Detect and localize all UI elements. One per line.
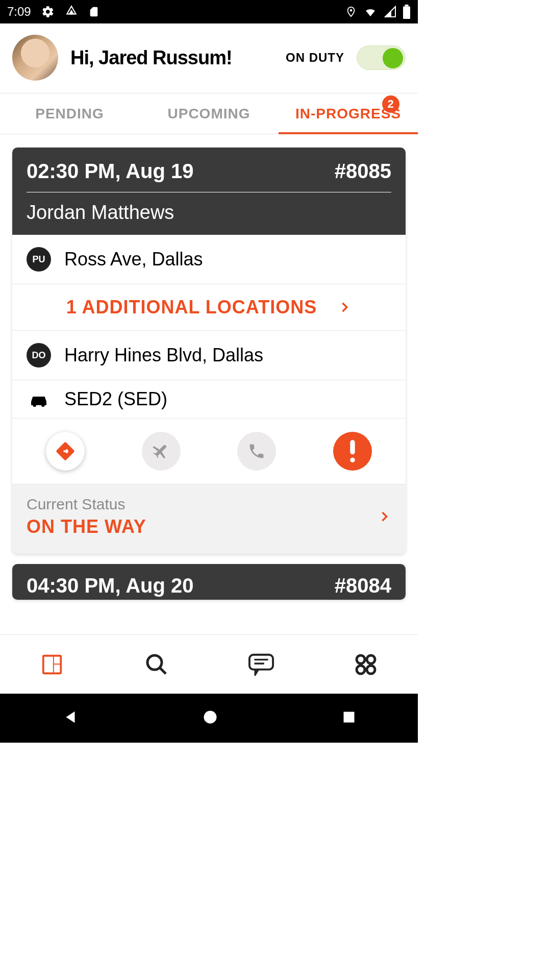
svg-rect-4	[350, 440, 355, 454]
trip-customer: Jordan Matthews	[27, 202, 391, 224]
chevron-right-icon	[337, 300, 352, 314]
svg-point-14	[357, 666, 365, 674]
svg-rect-7	[44, 656, 53, 672]
status-time: 7:09	[7, 5, 31, 19]
tab-pending[interactable]: PENDING	[0, 93, 139, 134]
svg-point-10	[147, 655, 162, 670]
dropoff-row: DO Harry Hines Blvd, Dallas	[12, 331, 406, 380]
signal-icon	[384, 6, 396, 18]
nav-chat[interactable]	[209, 635, 314, 694]
flight-button[interactable]	[142, 432, 181, 471]
car-icon	[27, 391, 51, 407]
circle-home-icon	[203, 709, 218, 725]
tab-pending-label: PENDING	[35, 106, 104, 122]
vehicle-label: SED2 (SED)	[64, 388, 167, 410]
tab-inprogress[interactable]: IN-PROGRESS 2	[279, 93, 418, 134]
nav-apps[interactable]	[313, 635, 418, 694]
compass-up-icon	[65, 5, 78, 18]
exclamation-icon	[349, 440, 356, 462]
trip-time: 02:30 PM, Aug 19	[27, 160, 194, 183]
status-title: Current Status	[27, 496, 146, 513]
pickup-tag: PU	[27, 247, 51, 272]
bottom-nav	[0, 634, 418, 694]
gear-icon	[41, 5, 55, 18]
pickup-row: PU Ross Ave, Dallas	[12, 235, 406, 284]
tab-upcoming[interactable]: UPCOMING	[139, 93, 279, 134]
trip-card-header: 02:30 PM, Aug 19 #8085 Jordan Matthews	[12, 148, 406, 235]
greeting-text: Hi, Jared Russum!	[70, 47, 232, 69]
divider	[27, 192, 391, 192]
nav-search[interactable]	[105, 635, 209, 694]
svg-rect-2	[405, 5, 409, 7]
svg-rect-11	[249, 654, 273, 669]
directions-icon	[55, 441, 76, 461]
tab-upcoming-label: UPCOMING	[168, 106, 251, 122]
status-row[interactable]: Current Status ON THE WAY	[12, 484, 406, 554]
directions-button[interactable]	[46, 432, 85, 471]
duty-label: ON DUTY	[286, 51, 344, 65]
svg-point-15	[367, 666, 375, 674]
svg-rect-9	[54, 665, 60, 672]
avatar[interactable]	[12, 35, 58, 81]
nav-dashboard[interactable]	[0, 635, 105, 694]
android-nav-bar	[0, 694, 418, 743]
additional-locations-label: 1 ADDITIONAL LOCATIONS	[66, 297, 317, 318]
dashboard-icon	[40, 653, 64, 676]
duty-toggle[interactable]	[357, 45, 406, 70]
action-row	[12, 419, 406, 484]
svg-point-13	[367, 655, 375, 664]
android-home-button[interactable]	[203, 709, 218, 727]
apps-icon	[354, 652, 378, 677]
svg-point-0	[350, 9, 353, 12]
status-value: ON THE WAY	[27, 516, 146, 537]
alert-button[interactable]	[333, 432, 372, 471]
pickup-address: Ross Ave, Dallas	[64, 249, 203, 270]
inprogress-badge: 2	[382, 95, 399, 113]
svg-rect-17	[343, 712, 354, 723]
trip-time: 04:30 PM, Aug 20	[27, 574, 194, 597]
content-scroll[interactable]: 02:30 PM, Aug 19 #8085 Jordan Matthews P…	[0, 134, 418, 634]
trip-card-header: 04:30 PM, Aug 20 #8084	[12, 564, 406, 600]
call-button[interactable]	[237, 432, 276, 471]
battery-icon	[403, 5, 411, 19]
android-status-bar: 7:09	[0, 0, 418, 23]
wifi-icon	[363, 6, 378, 18]
chevron-right-icon	[377, 509, 391, 524]
triangle-back-icon	[62, 708, 79, 726]
tabs: PENDING UPCOMING IN-PROGRESS 2	[0, 93, 418, 134]
square-recents-icon	[342, 710, 356, 724]
svg-point-5	[350, 458, 355, 462]
vehicle-row: SED2 (SED)	[12, 380, 406, 419]
trip-card[interactable]: 04:30 PM, Aug 20 #8084	[12, 564, 406, 600]
phone-icon	[247, 442, 266, 460]
svg-point-12	[357, 655, 365, 664]
android-back-button[interactable]	[62, 708, 79, 728]
dropoff-address: Harry Hines Blvd, Dallas	[64, 345, 263, 366]
dropoff-tag: DO	[27, 343, 51, 368]
android-recents-button[interactable]	[342, 710, 356, 726]
location-icon	[345, 5, 357, 19]
trip-id: #8084	[335, 574, 391, 597]
search-icon	[144, 652, 169, 677]
svg-rect-1	[403, 7, 410, 19]
trip-card[interactable]: 02:30 PM, Aug 19 #8085 Jordan Matthews P…	[12, 148, 406, 554]
app-header: Hi, Jared Russum! ON DUTY	[0, 23, 418, 93]
trip-id: #8085	[335, 160, 391, 183]
airplane-icon	[152, 442, 171, 461]
svg-point-16	[204, 711, 217, 724]
chat-icon	[248, 653, 274, 676]
svg-rect-8	[54, 656, 60, 663]
additional-locations-button[interactable]: 1 ADDITIONAL LOCATIONS	[12, 284, 406, 331]
sd-card-icon	[88, 5, 99, 18]
